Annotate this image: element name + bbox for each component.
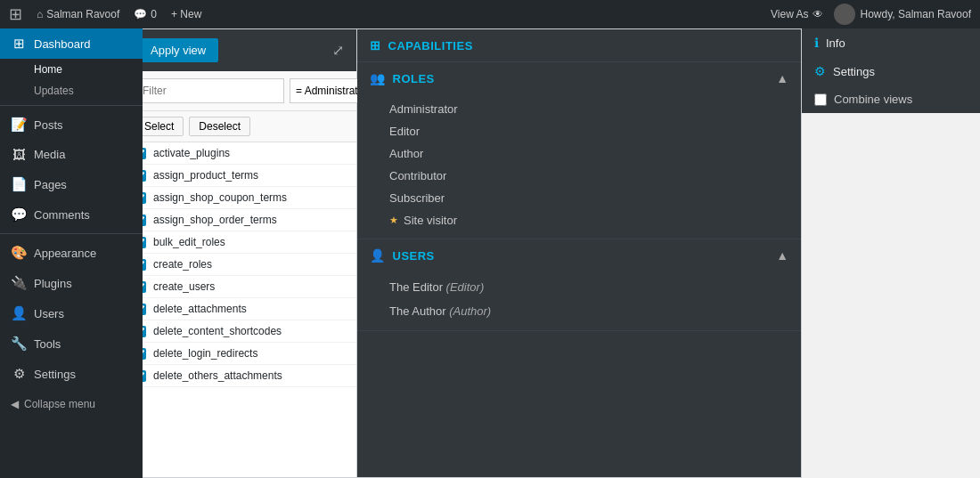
comment-icon: 💬 xyxy=(134,8,147,20)
apply-view-button[interactable]: Apply view xyxy=(143,38,218,62)
sidebar-item-media[interactable]: 🖼 Media xyxy=(0,140,143,169)
dropdown-settings-item[interactable]: ⚙ Settings xyxy=(802,57,980,85)
capabilities-section-header[interactable]: ⊞ CAPABILITIES xyxy=(357,29,801,61)
capabilities-panel: Apply view ⤢ = Administrator ▾ Select De… xyxy=(143,28,802,478)
users-section: 👤 USERS ▲ The Editor (Editor) The Author… xyxy=(357,239,801,331)
tools-icon: 🔧 xyxy=(11,336,27,352)
roles-section: 👥 ROLES ▲ Administrator Editor Author Co… xyxy=(357,62,801,239)
capability-row: assign_product_terms xyxy=(143,165,356,187)
capability-checkbox[interactable] xyxy=(143,348,146,360)
users-person-icon: 👤 xyxy=(370,248,386,263)
capability-row: assign_shop_coupon_terms xyxy=(143,187,356,209)
capability-checkbox[interactable] xyxy=(143,304,146,315)
capability-label: assign_product_terms xyxy=(153,169,258,182)
appearance-icon: 🎨 xyxy=(11,245,27,261)
role-item-contributor[interactable]: Contributor xyxy=(357,165,801,187)
select-button[interactable]: Select xyxy=(143,117,184,136)
home-icon: ⌂ xyxy=(37,8,43,20)
capability-checkboxes-list: activate_pluginsassign_product_termsassi… xyxy=(143,142,356,477)
combine-views-checkbox[interactable] xyxy=(814,93,827,106)
roles-section-header[interactable]: 👥 ROLES ▲ xyxy=(357,62,801,94)
capability-checkbox[interactable] xyxy=(143,237,146,248)
admin-bar: ⊞ ⌂ Salman Ravoof 💬 0 + New View As 👁 Ho… xyxy=(0,0,980,28)
sidebar-item-home[interactable]: Home xyxy=(0,59,143,80)
main-content: Dashboard ✖ Dismiss Welcome to WordPress… xyxy=(143,28,980,478)
capability-label: assign_shop_coupon_terms xyxy=(153,191,287,204)
eye-icon: 👁 xyxy=(813,8,823,20)
info-icon: ℹ xyxy=(814,36,819,50)
capability-checkbox[interactable] xyxy=(143,326,146,337)
admin-sidebar: ⊞ Dashboard Home Updates 📝 Posts 🖼 Media… xyxy=(0,28,143,478)
sidebar-item-appearance[interactable]: 🎨 Appearance xyxy=(0,238,143,268)
capability-row: bulk_edit_roles xyxy=(143,231,356,254)
sidebar-item-posts[interactable]: 📝 Posts xyxy=(0,109,143,140)
capability-list-panel: Apply view ⤢ = Administrator ▾ Select De… xyxy=(143,29,357,477)
collapse-menu-button[interactable]: ◀ Collapse menu xyxy=(0,389,143,419)
capability-label: create_roles xyxy=(153,258,212,271)
roles-chevron-up-icon: ▲ xyxy=(776,71,788,85)
capability-label: bulk_edit_roles xyxy=(153,236,225,248)
media-icon: 🖼 xyxy=(11,147,27,162)
capability-label: activate_plugins xyxy=(153,147,230,159)
howdy-menu[interactable]: Howdy, Salman Ravoof xyxy=(834,4,972,25)
capabilities-section: ⊞ CAPABILITIES xyxy=(357,29,801,62)
admin-comments[interactable]: 💬 0 xyxy=(134,8,157,20)
users-chevron-up-icon: ▲ xyxy=(776,248,788,263)
user-item-author[interactable]: The Author (Author) xyxy=(357,299,801,323)
capability-checkbox[interactable] xyxy=(143,215,146,226)
sidebar-item-comments[interactable]: 💬 Comments xyxy=(0,199,143,230)
users-list: The Editor (Editor) The Author (Author) xyxy=(357,271,801,330)
role-item-author[interactable]: Author xyxy=(357,142,801,165)
capability-checkbox[interactable] xyxy=(143,259,146,271)
settings-gear-icon: ⚙ xyxy=(814,64,826,78)
sidebar-item-updates[interactable]: Updates xyxy=(0,80,143,101)
dashboard-icon: ⊞ xyxy=(11,36,27,52)
posts-icon: 📝 xyxy=(11,117,27,133)
capability-row: create_users xyxy=(143,276,356,298)
plugins-icon: 🔌 xyxy=(11,275,27,291)
capability-label: assign_shop_order_terms xyxy=(153,214,277,226)
collapse-icon: ◀ xyxy=(11,398,19,410)
settings-icon: ⚙ xyxy=(11,366,27,382)
sidebar-item-plugins[interactable]: 🔌 Plugins xyxy=(0,268,143,298)
deselect-button[interactable]: Deselect xyxy=(189,117,250,136)
comments-icon: 💬 xyxy=(11,207,27,223)
capabilities-grid-icon: ⊞ xyxy=(370,38,381,53)
star-icon: ★ xyxy=(389,215,398,226)
role-item-administrator[interactable]: Administrator xyxy=(357,98,801,120)
capability-checkbox[interactable] xyxy=(143,148,146,159)
capability-checkbox[interactable] xyxy=(143,192,146,204)
new-content-button[interactable]: + New xyxy=(171,8,201,20)
dropdown-info-item[interactable]: ℹ Info xyxy=(802,28,980,57)
admin-site-name[interactable]: ⌂ Salman Ravoof xyxy=(37,8,119,20)
sidebar-item-users[interactable]: 👤 Users xyxy=(0,298,143,328)
sidebar-item-tools[interactable]: 🔧 Tools xyxy=(0,328,143,359)
capability-filter-input[interactable] xyxy=(143,78,284,103)
pages-icon: 📄 xyxy=(11,176,27,192)
role-item-editor[interactable]: Editor xyxy=(357,120,801,142)
view-as-button[interactable]: View As 👁 xyxy=(771,8,822,20)
expand-icon[interactable]: ⤢ xyxy=(332,42,344,59)
user-item-editor[interactable]: The Editor (Editor) xyxy=(357,275,801,299)
capability-checkbox[interactable] xyxy=(143,281,146,293)
capability-label: delete_content_shortcodes xyxy=(153,325,282,337)
capability-checkbox[interactable] xyxy=(143,170,146,182)
select-deselect-row: Select Deselect xyxy=(143,111,356,142)
sidebar-item-pages[interactable]: 📄 Pages xyxy=(0,169,143,199)
roles-people-icon: 👥 xyxy=(370,71,386,85)
capability-row: delete_content_shortcodes xyxy=(143,320,356,343)
capability-row: delete_login_redirects xyxy=(143,343,356,365)
sidebar-item-settings[interactable]: ⚙ Settings xyxy=(0,359,143,389)
role-item-subscriber[interactable]: Subscriber xyxy=(357,187,801,209)
roles-list: Administrator Editor Author Contributor … xyxy=(357,94,801,239)
capability-label: delete_attachments xyxy=(153,303,247,315)
capability-label: create_users xyxy=(153,280,215,293)
capability-row: create_roles xyxy=(143,254,356,276)
users-section-header[interactable]: 👤 USERS ▲ xyxy=(357,239,801,271)
role-item-site-visitor[interactable]: ★ Site visitor xyxy=(357,209,801,231)
capability-right-panel: ⊞ CAPABILITIES 👥 ROLES ▲ xyxy=(357,29,801,477)
capability-checkbox[interactable] xyxy=(143,370,146,382)
capability-row: assign_shop_order_terms xyxy=(143,209,356,231)
wp-logo-icon[interactable]: ⊞ xyxy=(9,4,22,24)
sidebar-item-dashboard[interactable]: ⊞ Dashboard xyxy=(0,28,143,59)
